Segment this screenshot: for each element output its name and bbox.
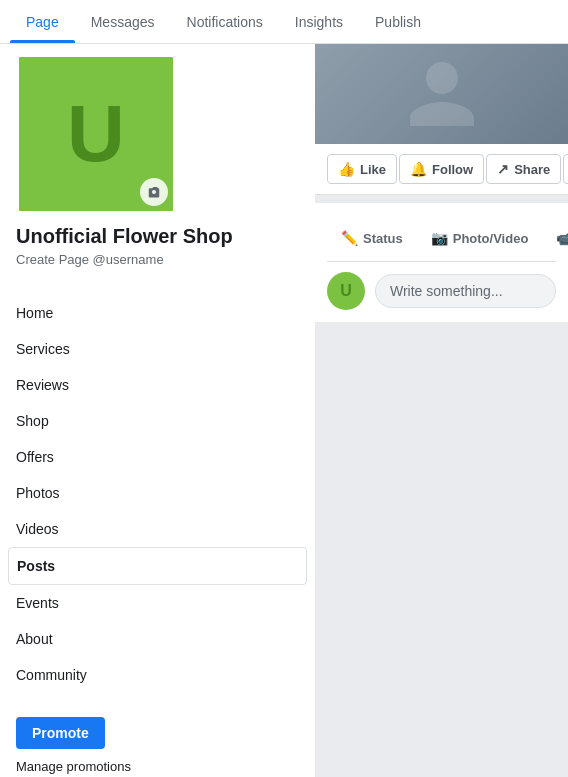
composer-tab-status[interactable]: ✏️ Status: [327, 215, 417, 261]
manage-promotions-link[interactable]: Manage promotions: [16, 759, 299, 774]
status-tab-label: Status: [363, 231, 403, 246]
profile-pic-container: U: [16, 54, 176, 214]
tab-messages[interactable]: Messages: [75, 0, 171, 43]
live-icon: 📹: [556, 230, 568, 246]
share-icon: ↗: [497, 161, 509, 177]
composer-tab-photo-video[interactable]: 📷 Photo/Video: [417, 215, 543, 261]
sidebar-item-shop[interactable]: Shop: [0, 403, 315, 439]
share-label: Share: [514, 162, 550, 177]
pencil-icon: ✏️: [341, 230, 358, 246]
sidebar-item-videos[interactable]: Videos: [0, 511, 315, 547]
follow-button[interactable]: 🔔 Follow: [399, 154, 484, 184]
profile-letter: U: [67, 88, 125, 180]
more-button[interactable]: ›: [563, 154, 568, 184]
sidebar-item-home[interactable]: Home: [0, 295, 315, 331]
share-button[interactable]: ↗ Share: [486, 154, 561, 184]
post-composer: ✏️ Status 📷 Photo/Video 📹 Live vid... U …: [315, 203, 568, 322]
tab-publish[interactable]: Publish: [359, 0, 437, 43]
profile-section: U Unofficial Flower Shop Create Page @us…: [0, 44, 315, 283]
tab-notifications[interactable]: Notifications: [171, 0, 279, 43]
composer-tab-live-video[interactable]: 📹 Live vid...: [542, 215, 568, 261]
top-navigation: Page Messages Notifications Insights Pub…: [0, 0, 568, 44]
sidebar-item-events[interactable]: Events: [0, 585, 315, 621]
composer-input-row: U Write something...: [327, 272, 556, 310]
sidebar-item-photos[interactable]: Photos: [0, 475, 315, 511]
tab-insights[interactable]: Insights: [279, 0, 359, 43]
sidebar-item-reviews[interactable]: Reviews: [0, 367, 315, 403]
action-buttons-row: 👍 Like 🔔 Follow ↗ Share ›: [315, 144, 568, 195]
follow-icon: 🔔: [410, 161, 427, 177]
page-username[interactable]: Create Page @username: [16, 252, 299, 267]
promote-section: Promote Manage promotions: [0, 701, 315, 777]
composer-text-input[interactable]: Write something...: [375, 274, 556, 308]
sidebar-item-posts[interactable]: Posts: [8, 547, 307, 585]
camera-icon[interactable]: [140, 178, 168, 206]
page-name: Unofficial Flower Shop: [16, 224, 299, 248]
sidebar-item-offers[interactable]: Offers: [0, 439, 315, 475]
composer-tabs: ✏️ Status 📷 Photo/Video 📹 Live vid...: [327, 215, 556, 262]
follow-label: Follow: [432, 162, 473, 177]
camera-tab-icon: 📷: [431, 230, 448, 246]
left-sidebar: U Unofficial Flower Shop Create Page @us…: [0, 44, 315, 777]
sidebar-item-about[interactable]: About: [0, 621, 315, 657]
main-layout: U Unofficial Flower Shop Create Page @us…: [0, 44, 568, 777]
composer-avatar: U: [327, 272, 365, 310]
like-icon: 👍: [338, 161, 355, 177]
tab-page[interactable]: Page: [10, 0, 75, 43]
like-label: Like: [360, 162, 386, 177]
promote-button[interactable]: Promote: [16, 717, 105, 749]
sidebar-item-community[interactable]: Community: [0, 657, 315, 693]
cover-photo: [315, 44, 568, 144]
sidebar-item-services[interactable]: Services: [0, 331, 315, 367]
right-content: 👍 Like 🔔 Follow ↗ Share › ✏️ Status: [315, 44, 568, 322]
sidebar-nav: Home Services Reviews Shop Offers Photos…: [0, 295, 315, 693]
like-button[interactable]: 👍 Like: [327, 154, 397, 184]
photo-video-label: Photo/Video: [453, 231, 529, 246]
